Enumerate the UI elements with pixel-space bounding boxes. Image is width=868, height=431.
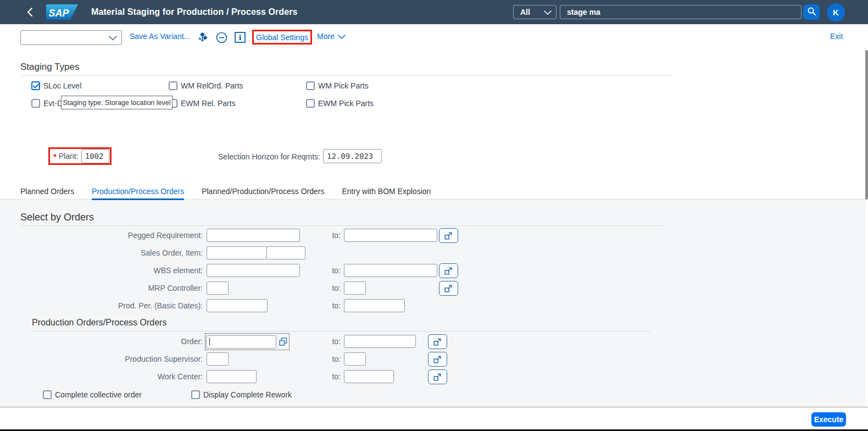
checkbox-box [43,390,52,399]
save-as-variant-link[interactable]: Save As Variant... [130,32,190,41]
tab-planned-production-process-orders[interactable]: Planned/Production/Process Orders [202,184,324,199]
work-center-from-input[interactable] [207,370,257,383]
more-menu-button[interactable]: More [317,32,346,41]
avatar-initial: K [833,8,839,17]
checkbox-box [306,99,315,108]
footer-bar: Execute [0,407,868,429]
checkbox-wm-pick-parts[interactable]: WM Pick Parts [306,81,369,91]
checkbox-ewm-pick-parts[interactable]: EWM Pick Parts [306,98,374,108]
wbs-element-multiple-selection-button[interactable] [439,263,458,278]
checkbox-box [31,99,40,108]
checkbox-box [169,81,177,90]
checkbox-sloc-level[interactable]: SLoc Level [31,81,81,91]
prod-per-to-input[interactable] [344,299,405,312]
plant-input[interactable]: 1002 [81,149,109,163]
mrp-controller-from-input[interactable] [207,281,229,295]
checkbox-label: Evt-D [43,99,63,108]
global-settings-annotation-box: Global Settings [252,30,312,45]
wbs-element-from-input[interactable] [207,264,300,277]
work-center-multiple-selection-button[interactable] [428,369,447,384]
field-label: WBS element: [0,264,203,277]
order-to-input[interactable] [344,335,416,348]
field-label: Production Supervisor: [0,352,203,366]
form-row-prod-per-basic-dates: Prod. Per. (Basic Dates): to: [0,299,866,313]
select-by-orders-divider [20,225,663,226]
mrp-controller-to-input[interactable] [344,281,366,295]
checkbox-evt-d[interactable]: Evt-D [31,98,63,108]
global-settings-button[interactable]: Global Settings [256,33,308,42]
info-icon[interactable]: i [234,31,246,43]
production-supervisor-from-input[interactable] [207,352,229,366]
vertical-scrollbar-thumb[interactable] [865,50,868,200]
deselect-all-icon[interactable] [215,31,227,43]
application-toolbar: Save As Variant... i Global Settings Mor… [0,24,868,51]
pegged-requirement-to-input[interactable] [344,229,437,242]
sales-order-item-input[interactable] [266,246,305,259]
field-label: MRP Controller: [0,281,203,295]
checkbox-label: EWM Rel. Parts [181,99,236,108]
tab-planned-orders[interactable]: Planned Orders [20,184,74,199]
order-from-input[interactable] [206,335,276,349]
tab-strip: Planned Orders Production/Process Orders… [0,184,866,200]
order-field-focus-outline [205,334,289,350]
form-row-order: Order: to: [0,335,866,349]
svg-text:i: i [238,33,241,42]
search-button[interactable] [803,4,820,20]
checkbox-complete-collective-order[interactable]: Complete collective order [43,390,142,400]
sales-order-input[interactable] [207,246,267,259]
checkbox-label: Complete collective order [55,390,142,399]
form-panel: Select by Orders Pegged Requirement: to:… [0,200,866,407]
variant-select[interactable] [20,30,122,45]
staging-types-title: Staging Types [20,62,79,73]
checkbox-wm-relord-parts[interactable]: WM RelOrd. Parts [169,81,243,91]
chevron-down-icon [544,8,552,16]
checkbox-ewm-rel-parts[interactable]: EWM Rel. Parts [169,98,236,108]
prod-per-from-input[interactable] [207,299,268,312]
pegged-requirement-multiple-selection-button[interactable] [439,228,458,243]
selection-horizon-value: 12.09.2023 [327,152,373,161]
checkbox-label: SLoc Level [43,81,81,90]
form-row-wbs-element: WBS element: to: [0,264,866,278]
checkbox-display-complete-rework[interactable]: Display Complete Rework [191,390,292,400]
field-label: Order: [0,335,203,348]
work-center-to-input[interactable] [344,370,394,383]
exit-link[interactable]: Exit [830,32,843,41]
search-input-value: stage ma [567,8,600,16]
pegged-requirement-from-input[interactable] [207,229,300,242]
checkbox-box [31,81,40,90]
tab-production-process-orders[interactable]: Production/Process Orders [92,184,184,199]
production-supervisor-to-input[interactable] [344,352,366,366]
to-label: to: [316,299,341,312]
get-variant-icon[interactable] [197,31,209,43]
selection-horizon-input[interactable]: 12.09.2023 [323,149,382,163]
to-label: to: [316,229,341,242]
plant-annotation-box: * Plant: 1002 [48,147,112,165]
user-avatar[interactable]: K [827,3,845,21]
mrp-controller-multiple-selection-button[interactable] [439,281,458,296]
staging-types-divider [20,75,672,76]
form-row-sales-order-item: Sales Order, Item: [0,246,866,261]
text-cursor [209,338,210,345]
wbs-element-to-input[interactable] [344,264,437,277]
sap-logo: SAP [46,4,78,20]
search-scope-select[interactable]: All [513,5,557,19]
form-row-pegged-requirement: Pegged Requirement: to: [0,229,866,243]
execute-button[interactable]: Execute [811,412,846,427]
checkbox-label: Display Complete Rework [203,390,292,399]
back-icon[interactable] [24,7,35,18]
field-label: Pegged Requirement: [0,229,203,242]
to-label: to: [316,352,341,366]
value-help-icon[interactable] [278,337,288,347]
production-supervisor-multiple-selection-button[interactable] [428,352,447,367]
order-multiple-selection-button[interactable] [428,334,447,349]
search-input[interactable]: stage ma [560,5,802,19]
selection-horizon-label: Selection Horizon for Reqmts: [165,152,320,161]
tooltip: Staging type: Storage location level [61,96,173,109]
field-label: Work Center: [0,370,203,383]
plant-value: 1002 [85,152,104,161]
checkbox-label: WM RelOrd. Parts [181,81,243,90]
chevron-down-icon [109,34,117,42]
to-label: to: [316,264,341,277]
tab-entry-with-bom-explosion[interactable]: Entry with BOM Explosion [342,184,431,199]
checkbox-box [191,390,200,399]
